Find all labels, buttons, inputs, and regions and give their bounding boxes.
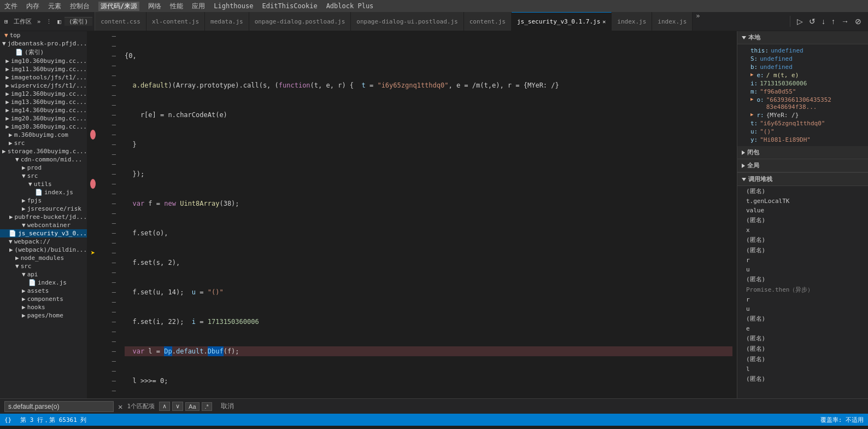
tree-item-m360[interactable]: ▶ m.360buyimg.com <box>0 131 87 139</box>
bp-row-breakpoint2[interactable] <box>87 179 98 189</box>
tree-item-api[interactable]: ▼ api <box>0 270 87 279</box>
tree-item-src3[interactable]: ▼ src <box>0 262 87 270</box>
deactivate-button[interactable]: ⊘ <box>853 16 864 27</box>
tree-item-img12[interactable]: ▶ img12.360buyimg.cc... <box>0 90 87 98</box>
tree-item-hooks[interactable]: ▶ hooks <box>0 303 87 311</box>
menu-network[interactable]: 网络 <box>148 2 161 11</box>
search-next-button[interactable]: ∨ <box>172 402 183 411</box>
menu-lighthouse[interactable]: Lighthouse <box>214 2 253 10</box>
menu-sources[interactable]: 源代码/来源 <box>98 2 139 11</box>
tree-item-src2[interactable]: ▼ src <box>0 172 87 180</box>
more-tabs[interactable]: » <box>693 12 703 31</box>
tab-js-security[interactable]: js_security_v3_0.1.7.js ✕ <box>512 12 612 31</box>
call-stack-item-u[interactable]: u <box>737 265 868 274</box>
closure-header[interactable]: 闭包 <box>737 146 868 159</box>
tree-item-node-modules[interactable]: ▶ node_modules <box>0 254 87 262</box>
workarea-chevron[interactable]: » <box>35 17 43 26</box>
tree-item-utils[interactable]: ▼ utils <box>0 180 87 188</box>
tree-item-index[interactable]: 📄 (索引) <box>0 48 87 57</box>
bp-row-current[interactable]: ➤ <box>87 248 98 258</box>
split-icon[interactable]: ⋮ <box>44 17 54 26</box>
menu-adblock[interactable]: Adblock Plus <box>326 2 374 10</box>
tree-item-js-security[interactable]: 📄 js_security_v3_0... <box>0 229 87 237</box>
call-stack-item-anon5[interactable]: (匿名) <box>737 274 868 285</box>
call-stack-item-anon1[interactable]: (匿名) <box>737 186 868 196</box>
tree-item-img13[interactable]: ▶ img13.360buyimg.cc... <box>0 98 87 106</box>
call-stack-item-anon2[interactable]: (匿名) <box>737 215 868 225</box>
call-stack-item-x[interactable]: x <box>737 225 868 235</box>
tree-item-index-js-2[interactable]: 📄 index.js <box>0 279 87 287</box>
tree-item-index-js[interactable]: 📄 index.js <box>0 188 87 196</box>
tree-item-wipservice[interactable]: ▶ wipservice/jfs/t1/... <box>0 82 87 90</box>
tree-item-img20[interactable]: ▶ img20.360buyimg.cc... <box>0 114 87 123</box>
tab-content-js[interactable]: content.js <box>464 12 512 31</box>
close-icon[interactable]: ✕ <box>602 19 606 25</box>
tree-item-prod[interactable]: ▶ prod <box>0 164 87 172</box>
search-clear-icon[interactable]: ✕ <box>118 402 122 411</box>
call-stack-item-anon8[interactable]: (匿名) <box>737 344 868 354</box>
step-button[interactable]: → <box>839 16 851 27</box>
tree-item-img30[interactable]: ▶ img30.360buyimg.cc... <box>0 123 87 131</box>
code-lines[interactable]: {0, a.default)(Array.prototype).call(s, … <box>120 31 737 398</box>
bp-row-breakpoint[interactable] <box>87 130 98 140</box>
tree-item-webpack-buildin[interactable]: ▶ (webpack)/buildin... <box>0 246 87 254</box>
tab-index[interactable]: (索引) <box>64 17 92 26</box>
menu-console[interactable]: 控制台 <box>70 2 90 11</box>
global-header[interactable]: 全局 <box>737 159 868 172</box>
tree-item-fpjs[interactable]: ▶ fpjs <box>0 196 87 205</box>
menu-editthiscookie[interactable]: EditThisCookie <box>262 2 317 10</box>
tree-item-img10[interactable]: ▶ img10.360buyimg.cc... <box>0 57 87 65</box>
tree-item-imagetools[interactable]: ▶ imagetools/jfs/t1/... <box>0 73 87 82</box>
panel-icon[interactable]: ◧ <box>55 17 63 26</box>
call-stack-item-r2[interactable]: r <box>737 295 868 304</box>
tab-xl-content[interactable]: xl-content.js <box>146 12 205 31</box>
search-input[interactable] <box>4 401 114 412</box>
callstack-header[interactable]: 调用堆栈 <box>737 172 868 186</box>
resume-button[interactable]: ▷ <box>795 16 805 27</box>
menu-file[interactable]: 文件 <box>4 2 17 11</box>
panel-toggle[interactable]: ⊞ <box>2 17 10 26</box>
menu-performance[interactable]: 性能 <box>170 2 183 11</box>
call-stack-item-r[interactable]: r <box>737 256 868 265</box>
call-stack-item-anon9[interactable]: (匿名) <box>737 354 868 364</box>
tree-item-webcontainer[interactable]: ▼ webcontainer <box>0 221 87 229</box>
tree-item-src[interactable]: ▶ src <box>0 139 87 147</box>
tab-medata[interactable]: medata.js <box>205 12 249 31</box>
tree-item-jdbeantask[interactable]: ▼ jdbeantask-pro.pfjd... <box>0 39 87 48</box>
call-stack-item-anon6[interactable]: (匿名) <box>737 314 868 324</box>
tree-item-jsresource[interactable]: ▶ jsresource/risk <box>0 205 87 213</box>
call-stack-item-anon7[interactable]: (匿名) <box>737 333 868 344</box>
tree-item-components[interactable]: ▶ components <box>0 295 87 303</box>
tab-index-js-2[interactable]: index.js <box>652 12 693 31</box>
menu-application[interactable]: 应用 <box>192 2 205 11</box>
tree-item-assets[interactable]: ▶ assets <box>0 287 87 295</box>
call-stack-item-e[interactable]: e <box>737 324 868 333</box>
tree-item-top[interactable]: ▼ top <box>0 31 87 39</box>
tree-item-pubfree[interactable]: ▶ pubfree-bucket/jd... <box>0 213 87 221</box>
call-stack-item-anon4[interactable]: (匿名) <box>737 245 868 256</box>
tree-item-pages[interactable]: ▶ pages/home <box>0 311 87 320</box>
tree-item-img11[interactable]: ▶ img11.360buyimg.cc... <box>0 65 87 73</box>
tree-item-webpack[interactable]: ▼ webpack:// <box>0 237 87 246</box>
tab-index-js-1[interactable]: index.js <box>612 12 652 31</box>
call-stack-item-value[interactable]: value <box>737 206 868 215</box>
call-stack-item-anon3[interactable]: (匿名) <box>737 235 868 245</box>
tree-item-storage[interactable]: ▶ storage.360buyimg.c... <box>0 147 87 155</box>
code-container[interactable]: ➤ ––––– ––––– <box>87 31 737 398</box>
call-stack-item-u2[interactable]: u <box>737 304 868 314</box>
call-stack-item-genlocaltk[interactable]: t.genLocalTK <box>737 196 868 206</box>
tab-onpage-dialog[interactable]: onpage-dialog.postload.js <box>249 12 351 31</box>
search-cancel-button[interactable]: 取消 <box>221 402 234 411</box>
scope-header[interactable]: 本地 <box>737 31 868 44</box>
step-into-button[interactable]: ↓ <box>819 16 828 27</box>
menu-elements[interactable]: 元素 <box>48 2 61 11</box>
tab-content-css[interactable]: content.css <box>95 12 146 31</box>
call-stack-item-anon10[interactable]: (匿名) <box>737 374 868 384</box>
scope-e[interactable]: ▶ e: / m(t, e) <box>742 71 864 79</box>
tree-item-img14[interactable]: ▶ img14.360buyimg.cc... <box>0 106 87 114</box>
call-stack-item-promise-then[interactable]: Promise.then（异步） <box>737 285 868 295</box>
tab-onpage-dialog-ui[interactable]: onpage-dialog-ui.postload.js <box>351 12 464 31</box>
tree-item-cdn[interactable]: ▼ cdn-common/mid... <box>0 155 87 164</box>
menu-edit[interactable]: 内存 <box>26 2 39 11</box>
search-regex-button[interactable]: .* <box>202 402 212 411</box>
